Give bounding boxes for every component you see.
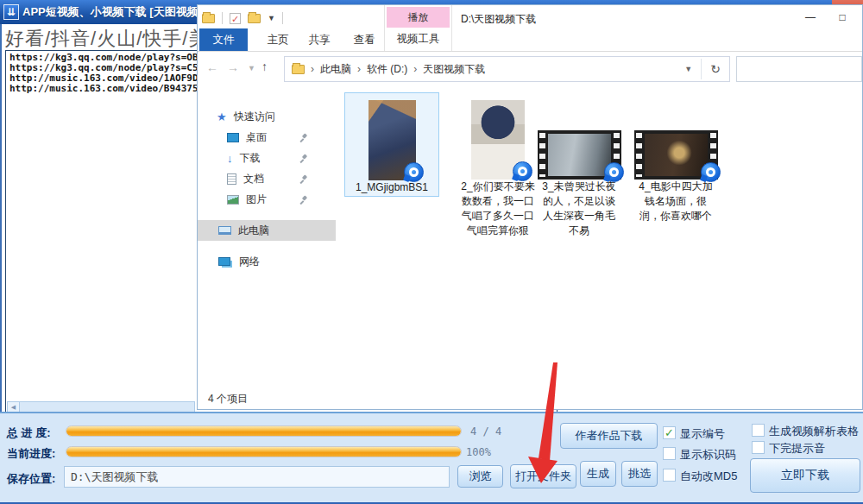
download-now-button[interactable]: 立即下载 bbox=[750, 458, 860, 493]
sidebar-item-pictures[interactable]: 图片 bbox=[198, 189, 336, 210]
pictures-icon bbox=[227, 195, 239, 205]
show-id-code-label: 显示标识码 bbox=[680, 447, 736, 463]
tab-play[interactable]: 播放 bbox=[387, 7, 450, 28]
sidebar-item-quick-access[interactable]: ★ 快速访问 bbox=[198, 106, 336, 127]
address-bar[interactable]: › 此电脑 › 软件 (D:) › 天图视频下载 ▼ ↻ bbox=[284, 56, 730, 82]
video-player-badge-icon bbox=[404, 162, 424, 182]
sidebar-item-label: 快速访问 bbox=[234, 110, 275, 124]
sidebar-item-network[interactable]: 网络 bbox=[198, 251, 336, 272]
pin-icon bbox=[299, 195, 308, 205]
properties-check-icon[interactable]: ✓ bbox=[230, 13, 241, 24]
download-arrow-icon: ↓ bbox=[227, 152, 233, 165]
search-input[interactable] bbox=[736, 56, 862, 82]
qat-customize-chevron-down-icon[interactable]: ▼ bbox=[268, 14, 275, 22]
sidebar-item-label: 桌面 bbox=[246, 130, 267, 145]
auto-md5-label: 自动改MD5 bbox=[680, 469, 737, 484]
recent-locations-chevron-icon[interactable]: ▼ bbox=[248, 64, 255, 72]
downloader-window-title: APP短视频、小视频下载 [天图视频批 bbox=[22, 4, 210, 20]
breadcrumb-folder-icon bbox=[292, 65, 305, 74]
breadcrumb-separator: › bbox=[413, 63, 417, 75]
file-name-line: 钱名场面，很 bbox=[631, 194, 721, 209]
file-name-line: 气唱完算你狠 bbox=[451, 224, 545, 238]
refresh-icon[interactable]: ↻ bbox=[701, 59, 729, 79]
save-location-value: D:\天图视频下载 bbox=[71, 469, 158, 485]
file-name-line: 数数看，我一口 bbox=[451, 194, 545, 209]
breadcrumb-drive-d[interactable]: 软件 (D:) bbox=[367, 62, 407, 77]
address-chevron-down-icon[interactable]: ▼ bbox=[684, 65, 692, 73]
new-folder-icon[interactable] bbox=[248, 14, 261, 23]
forward-icon[interactable]: → bbox=[227, 60, 239, 74]
open-folder-button[interactable]: 打开文件夹 bbox=[510, 464, 576, 488]
minimize-button[interactable]: — bbox=[797, 9, 823, 27]
scroll-left-arrow-icon[interactable]: ◀ bbox=[8, 402, 20, 412]
breadcrumb-separator: › bbox=[311, 63, 314, 75]
quick-access-star-icon: ★ bbox=[217, 110, 227, 123]
file-name-line: 人生深夜一角毛 bbox=[534, 209, 624, 224]
file-item-2[interactable]: 2_你们要不要来 数数看，我一口 气唱了多久一口 气唱完算你狠 bbox=[451, 93, 545, 238]
network-icon bbox=[218, 257, 230, 266]
file-name: 1_MGjigbmBS1 bbox=[346, 180, 438, 195]
quick-access-toolbar: ✓ ▼ bbox=[202, 12, 283, 24]
pin-icon bbox=[299, 133, 308, 142]
file-name-line: 气唱了多久一口 bbox=[451, 209, 545, 224]
save-location-input[interactable]: D:\天图视频下载 bbox=[64, 466, 450, 488]
pick-button[interactable]: 挑选 bbox=[621, 461, 658, 487]
breadcrumb-folder[interactable]: 天图视频下载 bbox=[423, 62, 485, 77]
show-number-label: 显示编号 bbox=[680, 426, 725, 442]
save-location-label: 保存位置: bbox=[7, 471, 55, 487]
show-id-code-checkbox[interactable] bbox=[663, 447, 676, 460]
breadcrumb-separator: › bbox=[357, 63, 361, 75]
auto-md5-checkbox[interactable] bbox=[663, 469, 676, 482]
video-player-badge-icon bbox=[701, 162, 721, 182]
file-item-1[interactable]: 1_MGjigbmBS1 bbox=[344, 92, 439, 197]
this-pc-icon bbox=[218, 226, 231, 235]
sidebar-item-this-pc[interactable]: 此电脑 bbox=[198, 220, 336, 241]
current-progress-bar bbox=[66, 446, 462, 457]
author-works-download-button[interactable]: 作者作品下载 bbox=[560, 423, 658, 449]
item-count-status: 4 个项目 bbox=[208, 392, 248, 406]
video-player-badge-icon bbox=[513, 161, 532, 181]
generate-parse-table-checkbox[interactable] bbox=[752, 424, 765, 437]
explorer-folder-icon[interactable] bbox=[202, 14, 215, 23]
current-progress-fill bbox=[66, 447, 461, 457]
sidebar-item-label: 图片 bbox=[246, 192, 267, 207]
tab-view[interactable]: 查看 bbox=[344, 28, 384, 51]
file-name-line: 的人，不足以谈 bbox=[534, 194, 624, 209]
file-name-line: 2_你们要不要来 bbox=[451, 180, 545, 194]
file-item-3[interactable]: 3_未曾哭过长夜 的人，不足以谈 人生深夜一角毛 不易 bbox=[534, 93, 624, 238]
navigation-pane: ★ 快速访问 桌面 ↓ 下载 文档 图片 此电脑 网络 bbox=[198, 87, 336, 387]
desktop-icon bbox=[227, 133, 239, 142]
file-name-line: 润，你喜欢哪个 bbox=[631, 209, 721, 224]
breadcrumb-this-pc[interactable]: 此电脑 bbox=[320, 62, 351, 77]
pin-icon bbox=[299, 174, 308, 184]
sidebar-item-downloads[interactable]: ↓ 下载 bbox=[198, 148, 336, 168]
explorer-window-title: D:\天图视频下载 bbox=[461, 12, 536, 27]
total-progress-value: 4 / 4 bbox=[470, 425, 501, 438]
file-name-line: 不易 bbox=[534, 224, 624, 238]
show-number-checkbox[interactable] bbox=[663, 426, 676, 439]
pin-icon bbox=[299, 154, 308, 163]
total-progress-label: 总 进 度: bbox=[7, 425, 51, 441]
ribbon-tab-row: 文件 主页 共享 查看 bbox=[198, 28, 863, 52]
video-player-badge-icon bbox=[604, 162, 624, 182]
explorer-window: ✓ ▼ D:\天图视频下载 — □ 播放 视频工具 文件 主页 共享 查看 ← … bbox=[197, 4, 863, 410]
up-icon[interactable]: ↑ bbox=[261, 60, 268, 73]
generate-parse-table-label: 生成视频解析表格 bbox=[769, 424, 859, 439]
maximize-button[interactable]: □ bbox=[829, 9, 855, 27]
document-icon bbox=[227, 173, 236, 185]
sidebar-item-label: 文档 bbox=[243, 172, 264, 186]
downloader-app-icon: ⇊ bbox=[3, 4, 19, 20]
current-progress-value: 100% bbox=[466, 446, 491, 458]
tab-file[interactable]: 文件 bbox=[199, 28, 248, 51]
tab-home[interactable]: 主页 bbox=[258, 28, 298, 51]
sidebar-item-documents[interactable]: 文档 bbox=[198, 168, 336, 189]
back-icon[interactable]: ← bbox=[206, 60, 218, 74]
finish-sound-label: 下完提示音 bbox=[769, 441, 825, 457]
browse-button[interactable]: 浏览 bbox=[457, 465, 503, 488]
current-progress-label: 当前进度: bbox=[7, 446, 55, 462]
generate-button[interactable]: 生成 bbox=[580, 461, 616, 487]
sidebar-item-desktop[interactable]: 桌面 bbox=[198, 127, 336, 148]
tab-share[interactable]: 共享 bbox=[299, 28, 339, 51]
finish-sound-checkbox[interactable] bbox=[752, 441, 765, 454]
file-item-4[interactable]: 4_电影中四大加 钱名场面，很 润，你喜欢哪个 bbox=[631, 93, 721, 224]
